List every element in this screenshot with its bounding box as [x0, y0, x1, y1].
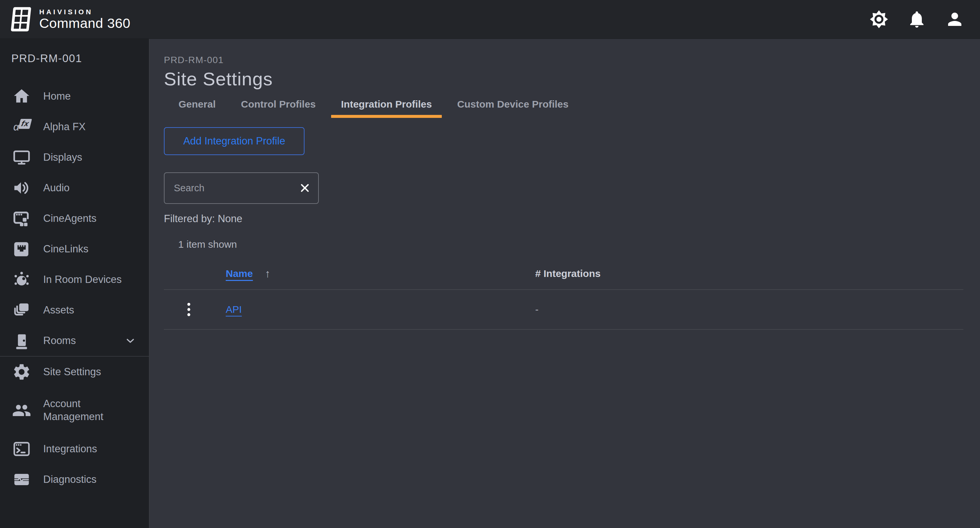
pulse-monitor-icon — [11, 470, 32, 489]
sidebar-item-label: Diagnostics — [43, 473, 96, 486]
sidebar-item-label: Site Settings — [43, 366, 101, 379]
sidebar-item-label: In Room Devices — [43, 273, 122, 286]
sidebar-item-audio[interactable]: Audio — [0, 173, 149, 203]
alpha-glyph: α — [13, 122, 19, 132]
profile-link[interactable]: API — [226, 304, 242, 315]
name-sort-link[interactable]: Name — [226, 268, 253, 279]
brand-product: Command 360 — [39, 17, 130, 30]
sidebar-item-alpha-fx[interactable]: αfx Alpha FX — [0, 112, 149, 142]
sidebar-item-label: CineLinks — [43, 243, 88, 256]
search-box — [164, 172, 319, 204]
tab-bar: General Control Profiles Integration Pro… — [169, 98, 963, 118]
integration-profiles-table: Name ↑ # Integrations API — [164, 260, 963, 330]
sidebar-item-label: Alpha FX — [43, 121, 86, 133]
people-icon — [11, 401, 32, 420]
page-title: Site Settings — [164, 69, 963, 89]
sidebar-item-diagnostics[interactable]: Diagnostics — [0, 464, 149, 495]
sidebar-item-displays[interactable]: Displays — [0, 142, 149, 173]
sidebar-item-label: Home — [43, 90, 71, 103]
sidebar-item-label: Rooms — [43, 335, 76, 347]
sidebar-item-home[interactable]: Home — [0, 81, 149, 112]
clear-search-button[interactable] — [299, 182, 311, 194]
gear-icon — [869, 9, 889, 29]
sidebar-item-in-room-devices[interactable]: In Room Devices — [0, 264, 149, 295]
search-input[interactable] — [173, 182, 299, 194]
filter-status: Filtered by: None — [164, 213, 963, 225]
topbar-actions — [869, 9, 965, 29]
terminal-window-icon — [11, 439, 32, 458]
tab-general[interactable]: General — [169, 98, 226, 118]
tab-control-profiles[interactable]: Control Profiles — [231, 98, 326, 118]
person-icon — [945, 9, 965, 29]
brand-logo[interactable]: HAIVISION Command 360 — [7, 5, 130, 33]
table-header-row: Name ↑ # Integrations — [164, 260, 963, 290]
sidebar-nav-primary: Home αfx Alpha FX — [0, 81, 149, 356]
topbar: HAIVISION Command 360 — [0, 0, 980, 39]
kebab-menu-icon — [181, 302, 196, 317]
sidebar-room-name: PRD-RM-001 — [0, 39, 149, 65]
table-row: API - — [164, 290, 963, 330]
main-content: PRD-RM-001 Site Settings General Control… — [150, 39, 980, 528]
robot-device-icon — [11, 270, 32, 289]
add-integration-profile-button[interactable]: Add Integration Profile — [164, 127, 304, 155]
sidebar-item-label: Integrations — [43, 442, 97, 456]
sort-ascending-icon[interactable]: ↑ — [265, 267, 270, 280]
sidebar: PRD-RM-001 Home αfx Alpha FX — [0, 39, 150, 528]
home-icon — [11, 87, 32, 106]
chevron-down-icon[interactable] — [124, 335, 136, 347]
haivision-logo-icon — [7, 5, 33, 33]
sidebar-item-label: Displays — [43, 151, 82, 164]
sidebar-item-cineagents[interactable]: CineAgents — [0, 203, 149, 234]
tab-integration-profiles[interactable]: Integration Profiles — [331, 98, 442, 118]
sidebar-item-site-settings[interactable]: Site Settings — [0, 357, 149, 387]
door-icon — [11, 331, 32, 350]
settings-button[interactable] — [869, 9, 889, 29]
close-icon — [299, 182, 311, 194]
sidebar-item-label: Assets — [43, 304, 74, 317]
sidebar-item-label: Account Management — [43, 398, 136, 423]
sidebar-item-rooms[interactable]: Rooms — [0, 325, 149, 356]
table-header-integrations: # Integrations — [535, 268, 963, 279]
sidebar-item-label: Audio — [43, 182, 70, 195]
row-integrations-cell: - — [535, 304, 963, 315]
sidebar-item-label: CineAgents — [43, 212, 96, 225]
breadcrumb: PRD-RM-001 — [164, 55, 963, 65]
row-name-cell: API — [226, 304, 535, 315]
monitor-icon — [11, 148, 32, 167]
alpha-fx-icon: αfx — [11, 122, 32, 132]
body-row: PRD-RM-001 Home αfx Alpha FX — [0, 39, 980, 528]
tab-custom-device-profiles[interactable]: Custom Device Profiles — [447, 98, 578, 118]
sidebar-item-assets[interactable]: Assets — [0, 295, 149, 325]
cog-icon — [11, 362, 32, 382]
speaker-icon — [11, 178, 32, 198]
brand-text: HAIVISION Command 360 — [39, 8, 130, 30]
sidebar-item-account-management[interactable]: Account Management — [0, 387, 149, 434]
sidebar-item-cinelinks[interactable]: CineLinks — [0, 234, 149, 264]
account-button[interactable] — [945, 9, 965, 29]
cast-window-icon — [11, 209, 32, 228]
row-menu-button[interactable] — [181, 302, 196, 317]
sidebar-nav-secondary: Site Settings Account Management — [0, 357, 149, 495]
sidebar-item-integrations[interactable]: Integrations — [0, 434, 149, 464]
table-header-name: Name ↑ — [226, 267, 535, 280]
fx-glyph: fx — [18, 119, 32, 129]
bell-icon — [907, 9, 927, 29]
app-root: HAIVISION Command 360 — [0, 0, 980, 528]
items-shown-count: 1 item shown — [178, 239, 963, 250]
notifications-button[interactable] — [907, 9, 927, 29]
layers-stack-icon — [11, 301, 32, 320]
ethernet-icon — [11, 239, 32, 259]
brand-name: HAIVISION — [39, 8, 130, 15]
